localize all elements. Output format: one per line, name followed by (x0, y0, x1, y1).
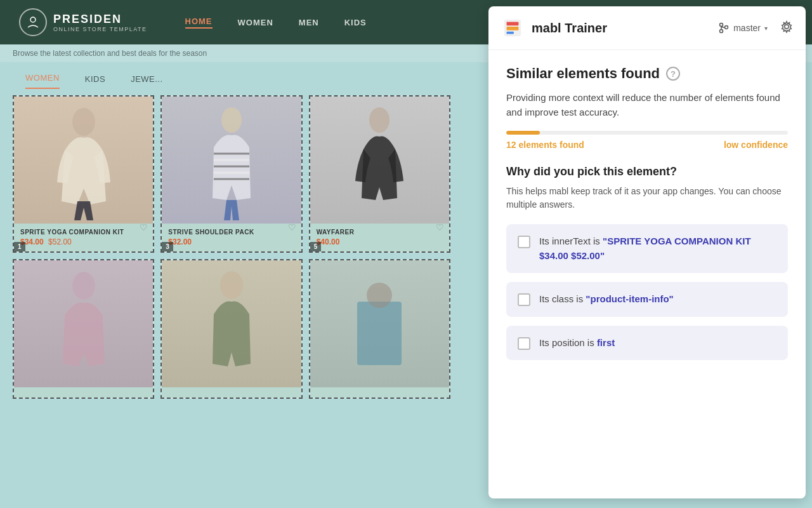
product-grid: SPRITE YOGA COMPANION KIT $34.00 $52.00 … (0, 89, 463, 405)
settings-icon[interactable] (780, 20, 793, 36)
mabl-panel: mabl Trainer master ▾ Similar elements f… (488, 6, 806, 498)
product-image-3 (310, 97, 449, 224)
checkbox-class[interactable] (518, 293, 530, 306)
nav-home[interactable]: HOME (185, 17, 213, 29)
product-image-6 (310, 260, 449, 387)
svg-point-2 (221, 107, 242, 133)
store-logo: PRESIDEN ONLINE STORE TEMPLATE (19, 8, 147, 36)
svg-point-12 (367, 283, 392, 308)
product-price-2: $32.00 (168, 237, 294, 246)
product-badge-3: 5 (310, 242, 322, 251)
nav-kids[interactable]: KIDS (344, 18, 367, 27)
store-logo-text: PRESIDEN ONLINE STORE TEMPLATE (53, 13, 147, 32)
svg-point-0 (30, 17, 36, 22)
choice-inner-text[interactable]: Its innerText is "SPRITE YOGA COMPANION … (506, 224, 788, 273)
choice-label-inner-text: Its innerText is (539, 236, 603, 246)
tab-kids[interactable]: KIDS (85, 74, 105, 89)
choice-value-class: "product-item-info" (586, 293, 673, 304)
progress-labels: 12 elements found low confidence (506, 140, 788, 150)
choice-label-class: Its class is (539, 293, 586, 304)
choice-position[interactable]: Its position is first (506, 326, 788, 361)
product-title-1: SPRITE YOGA COMPANION KIT (20, 229, 147, 236)
chevron-down-icon: ▾ (764, 25, 768, 32)
product-title-2: STRIVE SHOULDER PACK (168, 229, 294, 236)
product-info-5 (162, 387, 301, 398)
help-icon[interactable]: ? (666, 67, 680, 81)
mabl-logo (501, 17, 524, 39)
svg-point-17 (720, 23, 723, 27)
product-info-3: WAYFARER $40.00 (310, 224, 449, 251)
product-info-2: STRIVE SHOULDER PACK $32.00 (162, 224, 301, 251)
product-card-5[interactable] (160, 259, 302, 399)
product-image-1 (14, 97, 153, 224)
product-image-4 (14, 260, 153, 387)
brand-name: PRESIDEN (53, 13, 147, 26)
branch-label: master (733, 23, 761, 33)
choice-text-position: Its position is first (539, 336, 615, 351)
svg-rect-14 (507, 22, 519, 26)
heart-icon-2[interactable]: ♡ (288, 222, 296, 232)
choice-text-inner-text: Its innerText is "SPRITE YOGA COMPANION … (539, 234, 776, 263)
nav-women[interactable]: WOMEN (238, 18, 273, 27)
product-card-3[interactable]: WAYFARER $40.00 ♡ 5 (309, 95, 450, 253)
heart-icon-3[interactable]: ♡ (436, 222, 444, 232)
product-card-1[interactable]: SPRITE YOGA COMPANION KIT $34.00 $52.00 … (13, 95, 154, 253)
progress-bar-fill (506, 131, 540, 135)
svg-point-18 (720, 30, 723, 33)
svg-point-1 (72, 108, 95, 136)
svg-rect-11 (357, 302, 402, 365)
mabl-description: Providing more context will reduce the n… (506, 91, 788, 119)
original-price-1: $52.00 (48, 237, 72, 246)
choice-class[interactable]: Its class is "product-item-info" (506, 282, 788, 317)
choice-value-position: first (597, 337, 615, 348)
product-image-5 (162, 260, 301, 387)
mabl-branch[interactable]: master ▾ (718, 22, 768, 34)
product-card-6[interactable] (309, 259, 450, 399)
product-title-3: WAYFARER (317, 229, 443, 236)
mabl-header: mabl Trainer master ▾ (488, 6, 806, 50)
tab-jewelry[interactable]: JEWE... (131, 74, 162, 89)
product-card-2[interactable]: STRIVE SHOULDER PACK $32.00 ♡ 3 (160, 95, 302, 253)
progress-bar-background (506, 131, 788, 135)
svg-point-9 (72, 272, 95, 300)
choice-text-class: Its class is "product-item-info" (539, 292, 674, 307)
svg-rect-15 (507, 27, 519, 30)
nav-men[interactable]: MEN (299, 18, 319, 27)
section-title: Similar elements found ? (506, 65, 788, 82)
elements-found-label: 12 elements found (506, 140, 584, 150)
choice-label-position: Its position is (539, 337, 597, 348)
checkbox-position[interactable] (518, 337, 530, 350)
product-card-4[interactable] (13, 259, 154, 399)
mabl-content: Similar elements found ? Providing more … (488, 50, 806, 498)
why-description: This helps mabl keep track of it as your… (506, 185, 788, 211)
svg-point-10 (220, 271, 243, 299)
product-info-6 (310, 387, 449, 398)
svg-rect-16 (507, 32, 514, 34)
why-title: Why did you pick this element? (506, 165, 788, 178)
checkbox-inner-text[interactable] (518, 236, 530, 248)
product-price-3: $40.00 (317, 237, 443, 246)
product-info-1: SPRITE YOGA COMPANION KIT $34.00 $52.00 (14, 224, 153, 251)
svg-point-21 (785, 24, 789, 28)
product-image-2 (162, 97, 301, 224)
product-price-1: $34.00 $52.00 (20, 237, 147, 246)
svg-point-19 (725, 26, 728, 29)
heart-icon-1[interactable]: ♡ (140, 222, 148, 232)
brand-tagline: ONLINE STORE TEMPLATE (53, 26, 147, 32)
progress-container (506, 131, 788, 135)
product-info-4 (14, 387, 153, 398)
mabl-title: mabl Trainer (532, 21, 710, 36)
store-nav: HOME WOMEN MEN KIDS (185, 17, 367, 29)
tab-women[interactable]: WOMEN (25, 73, 60, 89)
product-badge-2: 3 (162, 242, 173, 251)
svg-point-8 (369, 107, 390, 133)
confidence-label: low confidence (724, 140, 788, 150)
logo-icon (19, 8, 47, 36)
product-badge-1: 1 (14, 242, 25, 251)
